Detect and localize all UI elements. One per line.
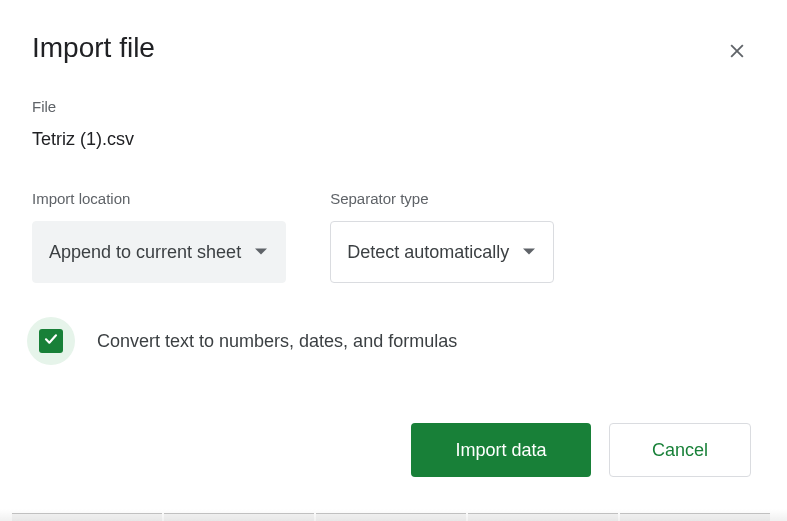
close-icon [727, 41, 747, 64]
separator-type-value: Detect automatically [347, 242, 509, 263]
import-data-button[interactable]: Import data [411, 423, 591, 477]
import-location-group: Import location Append to current sheet [32, 190, 286, 283]
separator-type-group: Separator type Detect automatically [330, 190, 554, 283]
import-location-dropdown[interactable]: Append to current sheet [32, 221, 286, 283]
import-location-value: Append to current sheet [49, 242, 241, 263]
separator-type-dropdown[interactable]: Detect automatically [330, 221, 554, 283]
checkbox-focus-ring [27, 317, 75, 365]
background-sheet-tabs [0, 513, 787, 521]
dialog-title: Import file [32, 32, 155, 64]
chevron-down-icon [523, 246, 535, 258]
import-location-label: Import location [32, 190, 286, 207]
dialog-header: Import file [32, 32, 755, 70]
dialog-button-row: Import data Cancel [411, 423, 751, 477]
import-file-dialog: Import file File Tetriz (1).csv Import l… [0, 0, 787, 521]
check-icon [43, 331, 59, 351]
file-label: File [32, 98, 755, 115]
convert-checkbox-row: Convert text to numbers, dates, and form… [32, 317, 755, 365]
separator-type-label: Separator type [330, 190, 554, 207]
cancel-button[interactable]: Cancel [609, 423, 751, 477]
convert-checkbox-label: Convert text to numbers, dates, and form… [97, 331, 457, 352]
options-row: Import location Append to current sheet … [32, 190, 755, 283]
chevron-down-icon [255, 246, 267, 258]
file-name: Tetriz (1).csv [32, 129, 755, 150]
convert-checkbox[interactable] [39, 329, 63, 353]
close-button[interactable] [719, 34, 755, 70]
